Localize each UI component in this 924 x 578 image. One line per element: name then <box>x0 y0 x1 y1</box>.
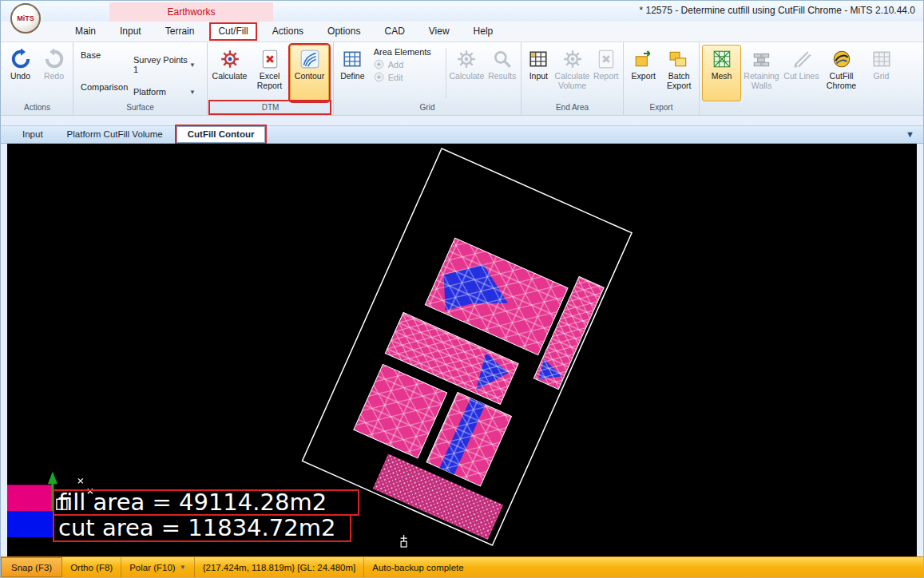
polar-toggle[interactable]: Polar (F10)▼ <box>121 557 194 577</box>
chevron-down-icon: ▼ <box>189 89 196 96</box>
fill-color-swatch <box>7 485 54 511</box>
batch-export-label: Batch Export <box>663 72 696 91</box>
area-edit-button[interactable]: Edit <box>374 72 439 82</box>
batch-export-button[interactable]: Batch Export <box>662 45 697 101</box>
mesh-label: Mesh <box>712 72 732 81</box>
status-message: Auto-backup complete <box>364 557 471 577</box>
base-surface-select[interactable]: Survey Points 1▼ <box>133 50 197 79</box>
end-area-input-label: Input <box>529 72 548 81</box>
doc-tab-input[interactable]: Input <box>12 127 54 142</box>
calculate-volume-label: Calculate Volume <box>555 72 590 91</box>
application-window: MiTS Earthworks * 12575 - Determine cutf… <box>0 0 924 578</box>
grid-results-button[interactable]: Results <box>486 45 518 101</box>
ribbon-group-export: Export Batch Export Export <box>624 42 700 115</box>
area-add-button[interactable]: Add <box>374 59 439 69</box>
ribbon-group-surface: Base Survey Points 1▼ Comparison Platfor… <box>73 42 208 115</box>
retaining-walls-button[interactable]: Retaining Walls <box>742 45 781 101</box>
area-edit-label: Edit <box>388 73 403 82</box>
annotation-box-cut-area: cut area = 11834.72m2 <box>53 514 351 542</box>
ortho-toggle[interactable]: Ortho (F8) <box>62 557 121 577</box>
menu-tab-bar: Main Input Terrain Cut/Fill Actions Opti… <box>1 22 923 42</box>
tab-view[interactable]: View <box>420 22 458 41</box>
grid-icon <box>528 49 549 69</box>
contextual-tab-group-earthworks: Earthworks <box>109 2 273 22</box>
ribbon: Undo Redo Actions Base Survey Points 1▼ … <box>1 42 923 116</box>
ribbon-group-grid: Define Area Elements Add Edit <box>334 42 521 115</box>
end-area-input-button[interactable]: Input <box>524 45 553 101</box>
cut-area-text: cut area = 11834.72m2 <box>58 517 335 540</box>
mesh-icon <box>712 49 732 69</box>
mesh-block-lower-left <box>354 364 447 458</box>
cut-lines-button[interactable]: Cut Lines <box>782 45 821 101</box>
annotation-box-fill-area: fill area = 49114.28m2 <box>53 489 359 516</box>
cut-lines-icon <box>791 49 812 69</box>
tab-options[interactable]: Options <box>319 22 369 41</box>
app-logo-text: MiTS <box>17 14 34 22</box>
base-label: Base <box>81 50 130 79</box>
tab-cutfill[interactable]: Cut/Fill <box>209 22 256 41</box>
gear-icon <box>562 49 583 69</box>
tab-input[interactable]: Input <box>111 22 150 41</box>
base-surface-value: Survey Points 1 <box>133 55 189 74</box>
group-label-tools <box>700 101 922 115</box>
tab-help[interactable]: Help <box>465 22 502 41</box>
tools-grid-button[interactable]: Grid <box>862 45 901 101</box>
grid-results-label: Results <box>488 72 516 81</box>
end-area-report-label: Report <box>593 72 619 81</box>
ribbon-gap <box>1 116 923 125</box>
comparison-surface-value: Platform <box>133 87 166 97</box>
comparison-surface-select[interactable]: Platform▼ <box>133 82 197 101</box>
export-label: Export <box>632 72 656 81</box>
contour-label: Contour <box>295 72 324 81</box>
snap-toggle[interactable]: Snap (F3) <box>1 557 62 577</box>
gear-icon <box>220 49 240 69</box>
tab-terrain[interactable]: Terrain <box>157 22 204 41</box>
tab-actions[interactable]: Actions <box>264 22 312 41</box>
app-logo: MiTS <box>10 3 41 34</box>
redo-button[interactable]: Redo <box>38 45 70 101</box>
cursor-coordinates: {217.424m, 118.819m} [GL: 24.480m] <box>195 557 365 577</box>
wall-icon <box>751 49 772 69</box>
tab-cad[interactable]: CAD <box>375 22 413 41</box>
excel-report-icon <box>260 49 280 69</box>
end-area-report-button[interactable]: Report <box>591 45 621 101</box>
plus-circle-icon <box>374 59 384 69</box>
area-elements-label: Area Elements <box>374 47 439 57</box>
export-button[interactable]: Export <box>626 45 661 101</box>
cutfill-chrome-button[interactable]: CutFill Chrome <box>822 45 861 101</box>
point-marker <box>401 535 407 547</box>
group-label-end-area: End Area <box>521 101 623 115</box>
plus-circle-icon <box>374 72 384 82</box>
drawing-canvas[interactable]: fill area = 49114.28m2 cut area = 11834.… <box>7 144 917 556</box>
doc-tab-cutfill-contour[interactable]: CutFill Contour <box>176 126 266 143</box>
ribbon-group-end-area: Input Calculate Volume Report End Area <box>521 42 624 115</box>
dtm-calculate-label: Calculate <box>212 72 248 81</box>
tab-main[interactable]: Main <box>66 22 105 41</box>
grid-calculate-label: Calculate <box>450 72 485 81</box>
doc-tabs-dropdown[interactable]: ▼ <box>906 129 914 139</box>
retaining-walls-label: Retaining Walls <box>743 72 780 91</box>
window-title: * 12575 - Determine cutfill using CutFil… <box>640 5 915 16</box>
contour-icon <box>299 49 320 69</box>
excel-report-button[interactable]: Excel Report <box>250 45 289 101</box>
grid-define-button[interactable]: Define <box>336 45 369 101</box>
divider <box>446 48 446 98</box>
calculate-volume-button[interactable]: Calculate Volume <box>554 45 591 101</box>
group-label-actions: Actions <box>2 101 73 115</box>
group-label-dtm: DTM <box>208 101 333 115</box>
mesh-button[interactable]: Mesh <box>702 45 741 101</box>
contour-button[interactable]: Contour <box>290 45 329 101</box>
grid-define-label: Define <box>340 72 364 81</box>
group-label-export: Export <box>624 101 699 115</box>
grid-calculate-button[interactable]: Calculate <box>449 45 486 101</box>
doc-tab-platform-cutfill-volume[interactable]: Platform CutFill Volume <box>57 127 173 142</box>
undo-button[interactable]: Undo <box>4 45 37 101</box>
cut-lines-label: Cut Lines <box>783 72 819 81</box>
cutfill-chrome-icon <box>831 49 852 69</box>
ribbon-group-actions: Undo Redo Actions <box>2 42 73 115</box>
gear-icon <box>456 49 477 69</box>
export-icon <box>633 49 654 69</box>
dtm-calculate-button[interactable]: Calculate <box>210 45 249 101</box>
title-bar: MiTS Earthworks * 12575 - Determine cutf… <box>1 1 923 22</box>
ribbon-group-dtm: Calculate Excel Report Contour DTM <box>208 42 334 115</box>
